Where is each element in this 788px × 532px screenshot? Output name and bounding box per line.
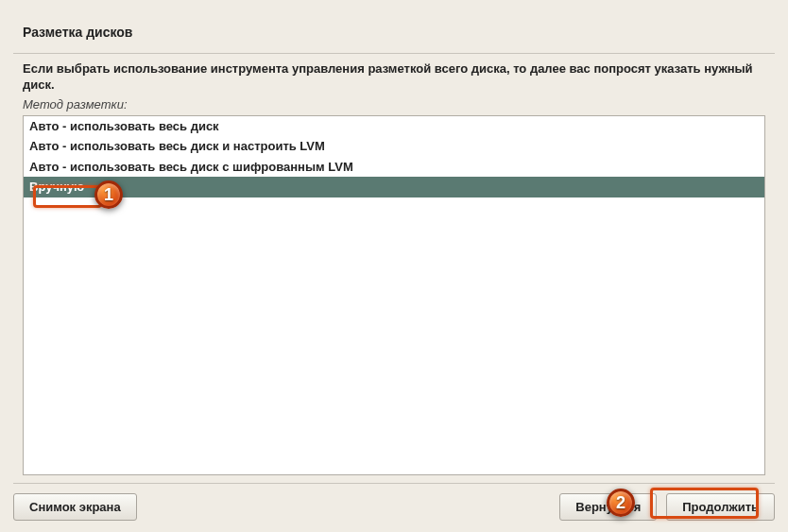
button-bar: Снимок экрана Вернуться Продолжить [13, 484, 775, 521]
screenshot-button[interactable]: Снимок экрана [13, 493, 137, 521]
continue-button[interactable]: Продолжить [666, 493, 775, 521]
option-auto-encrypted-lvm[interactable]: Авто - использовать весь диск с шифрован… [24, 157, 764, 178]
option-auto-lvm[interactable]: Авто - использовать весь диск и настроит… [24, 136, 764, 157]
window-title: Разметка дисков [13, 17, 775, 53]
instruction-text: Если выбрать использование инструмента у… [23, 61, 765, 94]
right-button-group: Вернуться Продолжить [559, 493, 775, 521]
partitioning-method-listbox[interactable]: Авто - использовать весь диск Авто - исп… [23, 115, 765, 475]
method-label: Метод разметки: [23, 97, 765, 112]
annotation-badge-1: 1 [94, 180, 123, 209]
installer-window: Разметка дисков Если выбрать использован… [13, 17, 775, 521]
content-panel: Если выбрать использование инструмента у… [13, 53, 775, 484]
option-manual[interactable]: Вручную [24, 177, 764, 197]
option-auto-whole-disk[interactable]: Авто - использовать весь диск [24, 116, 764, 137]
annotation-badge-2: 2 [607, 489, 635, 517]
